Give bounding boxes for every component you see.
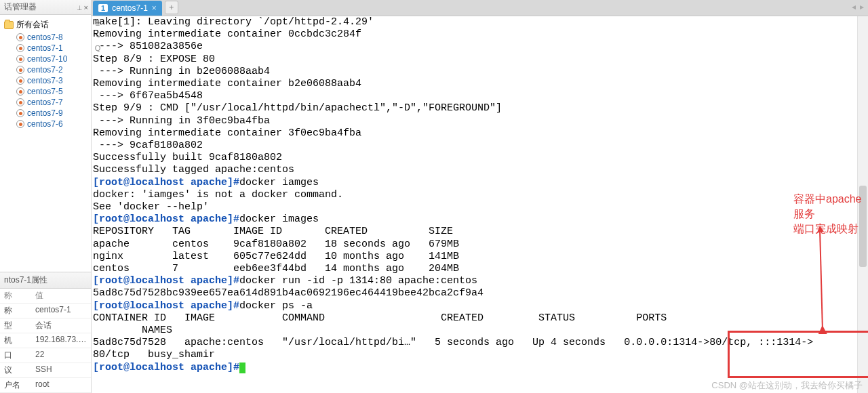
sidebar-item-label: centos7-8	[27, 33, 63, 42]
tab-next-icon[interactable]: ▸	[860, 2, 864, 12]
sidebar-title: 话管理器	[4, 1, 77, 13]
prop-key: 议	[0, 363, 31, 378]
sidebar-item-label: centos7-3	[27, 76, 63, 85]
sidebar-item-centos7-1[interactable]: centos7-1	[4, 43, 91, 54]
prop-key: 口	[0, 348, 31, 363]
tab-bar: 1 centos7-1 × + ◂ ▸	[92, 0, 868, 16]
close-icon[interactable]: ×	[84, 3, 88, 12]
prop-val: SSH	[31, 363, 91, 378]
sidebar-item-centos7-9[interactable]: centos7-9	[4, 108, 91, 119]
sidebar-item-label: centos7-2	[27, 65, 63, 75]
session-icon	[16, 33, 24, 41]
sidebar-item-centos7-10[interactable]: centos7-10	[4, 54, 91, 64]
sidebar-item-centos7-6[interactable]: centos7-6	[4, 119, 91, 129]
folder-icon	[4, 21, 14, 29]
prop-val: centos7-1	[31, 304, 91, 318]
session-icon	[16, 55, 24, 63]
annotation-arrow-icon	[814, 226, 835, 334]
prop-key: 称	[0, 289, 31, 304]
session-icon	[16, 109, 24, 117]
prop-key: 户名	[0, 378, 31, 393]
session-manager-sidebar: 话管理器 ⟂ × 所有会话 centos7-8centos7-1centos7-…	[0, 0, 92, 393]
properties-title: ntos7-1属性	[0, 272, 91, 289]
sidebar-item-centos7-8[interactable]: centos7-8	[4, 32, 91, 43]
terminal-output[interactable]: make[1]: Leaving directory `/opt/httpd-2…	[93, 16, 868, 393]
prop-val: root	[31, 378, 91, 393]
sidebar-header: 话管理器 ⟂ ×	[0, 0, 91, 15]
sidebar-item-centos7-7[interactable]: centos7-7	[4, 97, 91, 108]
prop-key: 型	[0, 318, 31, 333]
prop-key: 机	[0, 333, 31, 348]
main-pane: 1 centos7-1 × + ◂ ▸ ≡ ⤷ Q make[1]: Leavi…	[92, 0, 868, 393]
sidebar-item-label: centos7-1	[27, 43, 63, 53]
tab-label: centos7-1	[112, 3, 148, 13]
sidebar-item-label: centos7-10	[27, 54, 67, 64]
prop-val: 192.168.73.1…	[31, 333, 91, 348]
session-icon	[16, 77, 24, 85]
sidebar-item-label: centos7-9	[27, 108, 63, 118]
sidebar-item-centos7-5[interactable]: centos7-5	[4, 86, 91, 97]
prop-val: 值	[31, 289, 91, 304]
prop-val: 会话	[31, 318, 91, 333]
pin-icon[interactable]: ⟂	[77, 3, 82, 12]
session-icon	[16, 66, 24, 74]
session-icon	[16, 44, 24, 52]
sidebar-item-centos7-2[interactable]: centos7-2	[4, 64, 91, 75]
session-icon	[16, 87, 24, 96]
prop-key: 称	[0, 304, 31, 318]
terminal-pane[interactable]: ≡ ⤷ Q make[1]: Leaving directory `/opt/h…	[92, 16, 868, 393]
session-icon	[16, 98, 24, 106]
sidebar-item-label: centos7-6	[27, 119, 63, 129]
properties-grid: 称值称centos7-1型会话机192.168.73.1…口22议SSH户名ro…	[0, 289, 91, 393]
sidebar-item-centos7-3[interactable]: centos7-3	[4, 75, 91, 86]
tab-centos7-1[interactable]: 1 centos7-1 ×	[93, 1, 162, 16]
prop-val: 22	[31, 348, 91, 363]
sidebar-item-label: centos7-7	[27, 98, 63, 107]
tab-nav: ◂ ▸	[852, 2, 864, 12]
svg-line-0	[820, 230, 823, 331]
tab-index-badge: 1	[98, 4, 108, 12]
session-tree: 所有会话 centos7-8centos7-1centos7-10centos7…	[0, 15, 91, 272]
new-tab-button[interactable]: +	[165, 1, 178, 14]
session-icon	[16, 120, 24, 128]
tab-prev-icon[interactable]: ◂	[852, 2, 856, 12]
properties-panel: ntos7-1属性 称值称centos7-1型会话机192.168.73.1…口…	[0, 272, 91, 393]
tab-close-icon[interactable]: ×	[152, 3, 157, 13]
tree-root-label: 所有会话	[16, 19, 49, 30]
sidebar-item-label: centos7-5	[27, 87, 63, 96]
tree-root[interactable]: 所有会话	[4, 18, 91, 32]
